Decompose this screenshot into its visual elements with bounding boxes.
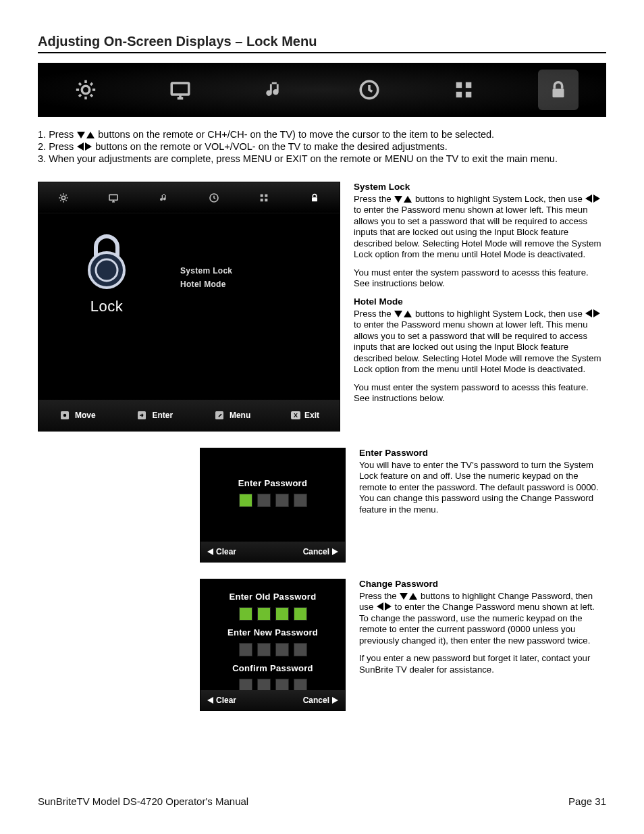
enter-password-label: Enter Password	[200, 478, 345, 488]
enter-password-body: You will have to enter the TV's password…	[359, 460, 606, 516]
instruction-2: Press buttons on the remote or VOL+/VOL-…	[38, 141, 606, 152]
enter-password-title: Enter Password	[359, 448, 606, 459]
footer-enter: Enter	[136, 409, 173, 421]
apps-icon	[259, 192, 269, 203]
change-password-title: Change Password	[359, 579, 606, 590]
instruction-list: Press buttons on the remote or CH+/CH- o…	[38, 129, 606, 164]
hotel-mode-title: Hotel Mode	[354, 296, 606, 308]
display-icon	[160, 70, 200, 110]
menu-icon	[213, 409, 225, 421]
page-heading: Adjusting On-Screen Displays – Lock Menu	[38, 34, 606, 53]
footer-move: Move	[59, 409, 96, 421]
clear-button: Clear	[207, 696, 236, 705]
confirm-password-label: Confirm Password	[200, 663, 345, 673]
lock-menu-screenshot: Lock System Lock Hotel Mode Move Enter M…	[38, 182, 340, 432]
menu-icon-strip	[38, 63, 606, 117]
cancel-button: Cancel	[303, 696, 338, 705]
instruction-1: Press buttons on the remote or CH+/CH- o…	[38, 129, 606, 140]
gear-icon	[65, 70, 106, 110]
enter-password-screenshot: Enter Password Clear Cancel	[200, 448, 346, 563]
gear-icon	[58, 192, 69, 203]
music-icon	[159, 192, 169, 203]
footer-manual-title: SunBriteTV Model DS-4720 Operator's Manu…	[38, 796, 248, 807]
footer-page-number: Page 31	[568, 796, 606, 807]
exit-key-icon: X	[291, 411, 300, 419]
menu-item-hotel-mode: Hotel Mode	[180, 280, 232, 289]
clock-icon	[209, 192, 219, 203]
move-icon	[59, 409, 71, 421]
old-password-label: Enter Old Password	[200, 592, 345, 602]
lock-icon	[538, 70, 579, 110]
hotel-mode-body: Press the buttons to highlight System Lo…	[354, 309, 606, 375]
change-password-note: If you enter a new password but forget i…	[359, 653, 606, 675]
hotel-mode-note: You must enter the system password to ac…	[354, 382, 606, 405]
apps-icon	[444, 70, 484, 110]
change-password-body: Press the buttons to highlight Change Pa…	[359, 591, 606, 647]
new-password-label: Enter New Password	[200, 627, 345, 637]
padlock-icon	[80, 232, 134, 290]
footer-exit: XExit	[291, 411, 319, 420]
menu-item-system-lock: System Lock	[180, 266, 232, 276]
lock-icon	[309, 192, 320, 203]
clock-icon	[349, 70, 390, 110]
system-lock-note: You must enter the system password to ac…	[354, 267, 606, 290]
system-lock-title: System Lock	[354, 182, 606, 193]
footer-menu: Menu	[213, 409, 250, 421]
password-boxes	[200, 494, 345, 507]
instruction-3: When your adjustments are complete, pres…	[38, 153, 606, 164]
clear-button: Clear	[207, 547, 236, 556]
music-icon	[254, 70, 295, 110]
change-password-screenshot: Enter Old Password Enter New Password Co…	[200, 579, 346, 711]
lock-title: Lock	[63, 298, 151, 315]
cancel-button: Cancel	[303, 547, 338, 556]
system-lock-body: Press the buttons to highlight System Lo…	[354, 194, 606, 261]
display-icon	[108, 192, 119, 203]
enter-icon	[136, 409, 148, 421]
